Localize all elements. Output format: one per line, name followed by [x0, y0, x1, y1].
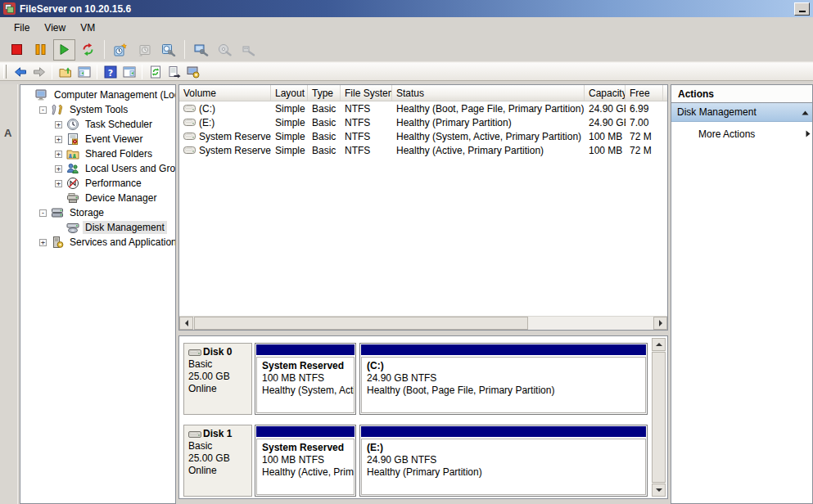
- tree-item-services-and-applications[interactable]: +Services and Applications: [20, 235, 175, 250]
- scroll-left-button[interactable]: [179, 317, 193, 330]
- tree-item-local-users-and-groups[interactable]: +Local Users and Groups: [20, 161, 175, 176]
- tree-item-disk-management[interactable]: Disk Management: [20, 220, 175, 235]
- volume-label: (C:): [199, 103, 215, 115]
- forward-icon: [33, 65, 46, 79]
- disk-type: Basic: [188, 358, 247, 371]
- column-header-layout[interactable]: Layout: [271, 85, 308, 101]
- revert-snapshot-button[interactable]: [133, 39, 156, 61]
- tree-item-storage[interactable]: -Storage: [20, 205, 175, 220]
- volume-row-e[interactable]: (E:)SimpleBasicNTFSHealthy (Primary Part…: [179, 115, 667, 129]
- toolbar-separator: [97, 65, 97, 79]
- partition-disk-1-system-reserved[interactable]: System Reserved 100 MB NTFS Healthy (Act…: [255, 425, 356, 497]
- vm-settings-button[interactable]: [190, 39, 212, 61]
- usb-settings-button[interactable]: [237, 39, 260, 61]
- reset-button[interactable]: [77, 39, 99, 61]
- volume-row-system-reserved[interactable]: System ReservedSimpleBasicNTFSHealthy (S…: [179, 129, 667, 143]
- partition-disk-1-e[interactable]: (E:) 24.90 GB NTFS Healthy (Primary Part…: [359, 425, 648, 497]
- refresh-button[interactable]: [146, 63, 165, 80]
- disk-info-disk-1[interactable]: Disk 1 Basic 25.00 GB Online: [183, 425, 252, 497]
- scroll-down-button[interactable]: [652, 484, 666, 497]
- tree-item-task-scheduler[interactable]: +Task Scheduler: [20, 117, 175, 132]
- vertical-scroll-thumb[interactable]: [652, 352, 666, 483]
- tree-item-system-tools[interactable]: -System Tools: [20, 102, 175, 117]
- expand-icon[interactable]: +: [55, 136, 62, 143]
- title-bar: FileServer on 10.20.15.6: [0, 0, 813, 17]
- menu-view[interactable]: View: [37, 20, 73, 36]
- expand-icon[interactable]: +: [39, 239, 47, 246]
- horizontal-scroll-track[interactable]: [528, 317, 653, 330]
- volume-list-header: VolumeLayoutTypeFile SystemStatusCapacit…: [179, 85, 667, 101]
- mmc-toolbar: ?: [0, 62, 813, 81]
- forward-button[interactable]: [29, 63, 48, 80]
- tree-item-device-manager[interactable]: Device Manager: [20, 191, 175, 205]
- collapse-chevron-icon[interactable]: [802, 106, 809, 118]
- expand-icon[interactable]: +: [55, 151, 62, 158]
- expand-icon[interactable]: +: [55, 165, 62, 173]
- column-header-capacity[interactable]: Capacity: [585, 85, 626, 101]
- menu-bar: FileViewVM: [0, 17, 813, 38]
- action-item-label: More Actions: [698, 128, 755, 140]
- snapshot-manager-icon: [161, 43, 176, 56]
- back-button[interactable]: [11, 63, 29, 80]
- power-on-button[interactable]: [53, 39, 75, 61]
- horizontal-scrollbar[interactable]: [179, 316, 667, 330]
- disk-info-disk-0[interactable]: Disk 0 Basic 25.00 GB Online: [183, 343, 252, 415]
- tree-item-event-viewer[interactable]: +Event Viewer: [20, 132, 175, 146]
- take-snapshot-button[interactable]: [110, 39, 132, 61]
- usb-settings-icon: [242, 43, 256, 56]
- partition-color-bar: [361, 426, 646, 437]
- expand-icon[interactable]: +: [55, 180, 62, 187]
- volume-label: System Reserved: [199, 131, 271, 142]
- show-console-tree-button[interactable]: [75, 63, 93, 80]
- partition-name: (C:): [367, 360, 640, 372]
- actions-pane-title: Actions: [671, 85, 812, 103]
- actions-group-disk-management[interactable]: Disk Management: [671, 103, 812, 122]
- collapse-icon[interactable]: -: [39, 209, 47, 217]
- menu-vm[interactable]: VM: [73, 20, 102, 36]
- partition-disk-0-c[interactable]: (C:) 24.90 GB NTFS Healthy (Boot, Page F…: [359, 343, 648, 415]
- tree-item-shared-folders[interactable]: +Shared Folders: [20, 146, 175, 161]
- volume-icon: [183, 118, 196, 127]
- performance-icon: [66, 177, 79, 190]
- up-one-level-icon: [59, 65, 72, 79]
- tree-item-computer-management-local[interactable]: Computer Management (Local: [20, 88, 175, 102]
- pause-button[interactable]: [29, 39, 52, 61]
- menu-file[interactable]: File: [7, 20, 37, 36]
- scroll-right-button[interactable]: [653, 317, 667, 330]
- volume-row-c[interactable]: (C:)SimpleBasicNTFSHealthy (Boot, Page F…: [179, 101, 667, 115]
- vertical-scrollbar[interactable]: [652, 338, 666, 497]
- disk-rows: Disk 0 Basic 25.00 GB Online System Rese…: [183, 343, 648, 497]
- expand-icon[interactable]: +: [55, 121, 62, 128]
- snapshot-manager-button[interactable]: [157, 39, 179, 61]
- scroll-up-button[interactable]: [652, 338, 666, 351]
- column-header-type[interactable]: Type: [308, 85, 341, 101]
- help-button[interactable]: ?: [101, 63, 120, 80]
- toolbar-grip[interactable]: [3, 65, 7, 79]
- partition-disk-0-system-reserved[interactable]: System Reserved 100 MB NTFS Healthy (Sys…: [255, 343, 356, 415]
- vm-toolbar: [0, 38, 813, 62]
- collapse-icon[interactable]: -: [39, 106, 47, 114]
- export-list-button[interactable]: [165, 63, 183, 80]
- up-one-level-button[interactable]: [56, 63, 75, 80]
- cd-settings-button[interactable]: [214, 39, 236, 61]
- column-header-file-system[interactable]: File System: [341, 85, 392, 101]
- column-header-free[interactable]: Free: [626, 85, 663, 101]
- minimize-button[interactable]: [794, 2, 810, 16]
- power-off-button[interactable]: [6, 39, 28, 61]
- partition-name: (E:): [367, 442, 640, 454]
- action-item-more-actions[interactable]: More Actions: [671, 122, 812, 146]
- sidebar-strip-label: A: [4, 127, 11, 139]
- reset-icon: [81, 43, 95, 56]
- show-action-pane-button[interactable]: [120, 63, 138, 80]
- volume-row-system-reserve[interactable]: System Reserve...SimpleBasicNTFSHealthy …: [179, 143, 667, 157]
- tree-item-performance[interactable]: +Performance: [20, 176, 175, 191]
- partition-name: System Reserved: [262, 360, 349, 372]
- sidebar-strip[interactable]: A: [0, 84, 18, 504]
- manage-computer-button[interactable]: [183, 63, 202, 80]
- disk-status: Online: [188, 465, 247, 477]
- chevron-right-icon[interactable]: [806, 128, 811, 140]
- column-header-volume[interactable]: Volume: [179, 85, 271, 101]
- column-header-status[interactable]: Status: [392, 85, 585, 101]
- console-main-area: A Computer Management (Local-System Tool…: [0, 81, 813, 504]
- horizontal-scroll-thumb[interactable]: [194, 317, 528, 330]
